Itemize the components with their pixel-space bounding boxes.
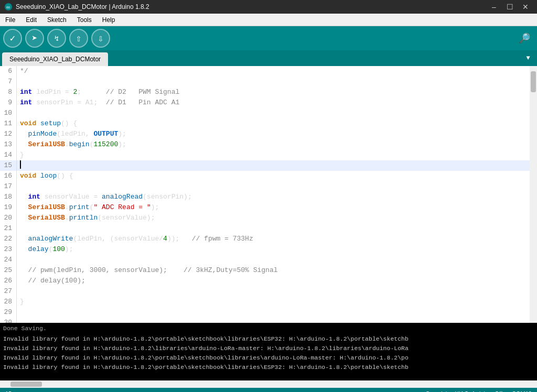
- console-status: Done Saving.: [3, 324, 534, 334]
- menu-tools[interactable]: Tools: [72, 14, 97, 26]
- line-10: 10: [0, 108, 530, 118]
- console-msg-2: Invalid library found in H:\arduino-1.8.…: [3, 353, 534, 363]
- menu-sketch[interactable]: Sketch: [42, 14, 72, 26]
- line-27: 27: [0, 286, 530, 297]
- line-16: 16void loop() {: [0, 171, 530, 181]
- line-18: 18 int sensorValue = analogRead(sensorPi…: [0, 192, 530, 202]
- line-8: 8int ledPin = 2; // D2 PWM Signal: [0, 87, 530, 97]
- tab-dropdown-button[interactable]: ▼: [521, 51, 535, 65]
- tabbar: Seeeduino_XIAO_Lab_DCMotor ▼: [0, 50, 537, 66]
- line-21: 21: [0, 223, 530, 234]
- line-23: 23 delay(100);: [0, 244, 530, 255]
- menubar: File Edit Sketch Tools Help: [0, 14, 537, 26]
- menu-edit[interactable]: Edit: [20, 14, 42, 26]
- horizontal-scrollbar-thumb[interactable]: [10, 382, 42, 387]
- line-22: 22 analogWrite(ledPin, (sensorValue/4));…: [0, 234, 530, 244]
- line-24: 24: [0, 255, 530, 265]
- toolbar: ✓ ➤ ↯ ⇧ ⇩ 🔎: [0, 26, 537, 50]
- line-20: 20 SerialUSB.println(sensorValue);: [0, 213, 530, 223]
- code-lines[interactable]: 6*/ 7 8int ledPin = 2; // D2 PWM Signal …: [0, 66, 530, 323]
- menu-help[interactable]: Help: [97, 14, 121, 26]
- minimize-button[interactable]: –: [487, 0, 501, 14]
- statusbar: 15 Seeeduino XIAO, Arduino. Off on COM12: [0, 388, 537, 392]
- line-6: 6*/: [0, 66, 530, 77]
- titlebar-controls: – ☐ ✕: [487, 0, 533, 14]
- line-26: 26 // delay(100);: [0, 276, 530, 286]
- maximize-button[interactable]: ☐: [502, 0, 517, 14]
- line-25: 25 // pwm(ledPin, 3000, sensorValue); //…: [0, 265, 530, 276]
- console-msg-1: Invalid library found in H:\arduino-1.8.…: [3, 344, 534, 353]
- horizontal-scrollbar[interactable]: [0, 380, 537, 388]
- console-msg-0: Invalid library found in H:\arduino-1.8.…: [3, 334, 534, 344]
- line-13: 13 SerialUSB.begin(115200);: [0, 139, 530, 150]
- scrollbar-thumb[interactable]: [531, 71, 536, 92]
- line-7: 7: [0, 77, 530, 87]
- line-29: 29: [0, 307, 530, 318]
- console-msg-3: Invalid library found in H:\arduino-1.8.…: [3, 363, 534, 372]
- line-15: 15: [0, 160, 530, 171]
- svg-text:∞: ∞: [6, 4, 10, 10]
- line-30: 30: [0, 318, 530, 323]
- titlebar-title: Seeeduino_XIAO_Lab_DCMotor | Arduino 1.8…: [16, 3, 149, 10]
- upload-button[interactable]: ➤: [25, 29, 44, 48]
- tab-main[interactable]: Seeeduino_XIAO_Lab_DCMotor: [2, 52, 108, 66]
- line-28: 28}: [0, 297, 530, 307]
- titlebar-left: ∞ Seeeduino_XIAO_Lab_DCMotor | Arduino 1…: [4, 3, 149, 11]
- menu-file[interactable]: File: [0, 14, 20, 26]
- line-17: 17: [0, 181, 530, 192]
- open-button[interactable]: ⇧: [69, 29, 88, 48]
- save-button[interactable]: ⇩: [91, 29, 110, 48]
- editor-container: 6*/ 7 8int ledPin = 2; // D2 PWM Signal …: [0, 66, 537, 323]
- serial-monitor-button[interactable]: 🔎: [515, 29, 534, 48]
- line-14: 14}: [0, 150, 530, 160]
- line-11: 11void setup() {: [0, 118, 530, 129]
- new-button[interactable]: ↯: [47, 29, 66, 48]
- arduino-icon: ∞: [4, 3, 13, 11]
- line-19: 19 SerialUSB.print(" ADC Read = ");: [0, 202, 530, 213]
- titlebar: ∞ Seeeduino_XIAO_Lab_DCMotor | Arduino 1…: [0, 0, 537, 14]
- line-9: 9int sensorPin = A1; // D1 Pin ADC A1: [0, 97, 530, 108]
- vertical-scrollbar[interactable]: [530, 66, 537, 323]
- close-button[interactable]: ✕: [518, 0, 533, 14]
- console-area: Done Saving. Invalid library found in H:…: [0, 323, 537, 380]
- line-12: 12 pinMode(ledPin, OUTPUT);: [0, 129, 530, 139]
- verify-button[interactable]: ✓: [3, 29, 22, 48]
- tab-label: Seeeduino_XIAO_Lab_DCMotor: [9, 56, 101, 63]
